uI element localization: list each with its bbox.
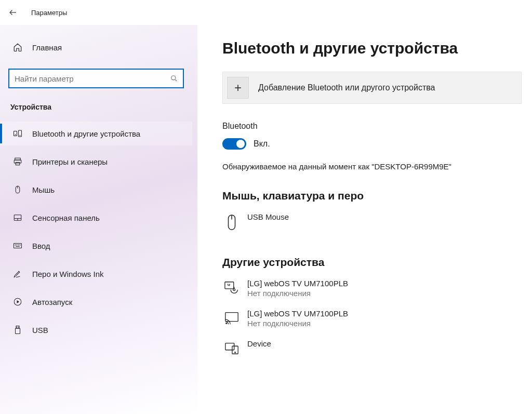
media-device-icon [222, 279, 241, 296]
svg-point-22 [226, 323, 227, 324]
svg-rect-23 [225, 343, 234, 350]
svg-point-4 [20, 135, 20, 136]
svg-rect-17 [16, 328, 20, 334]
cast-device-icon [222, 309, 241, 326]
device-lg-tv-cast[interactable]: [LG] webOS TV UM7100PLB Нет подключения [222, 307, 522, 337]
sidebar-item-pen[interactable]: Перо и Windows Ink [0, 262, 192, 286]
sidebar-item-label: Мышь [32, 185, 55, 194]
home-icon [11, 43, 24, 52]
svg-point-3 [15, 135, 16, 135]
sidebar-home-label: Главная [32, 43, 62, 52]
mouse-device-icon [222, 212, 241, 231]
search-box[interactable] [8, 69, 184, 88]
sidebar-item-touchpad[interactable]: Сенсорная панель [0, 206, 192, 230]
sidebar-item-usb[interactable]: USB [0, 318, 192, 342]
svg-rect-7 [16, 163, 20, 165]
sidebar-category: Устройства [10, 103, 192, 111]
multi-device-icon [222, 339, 241, 356]
svg-rect-16 [16, 326, 19, 329]
svg-point-13 [18, 245, 19, 245]
sidebar-item-bluetooth[interactable]: Bluetooth и другие устройства [0, 122, 192, 145]
svg-rect-10 [14, 244, 22, 248]
topbar: Параметры [0, 0, 532, 25]
bluetooth-label: Bluetooth [222, 122, 522, 131]
sidebar-item-printers[interactable]: Принтеры и сканеры [0, 150, 192, 173]
svg-rect-6 [14, 160, 21, 163]
svg-rect-5 [15, 158, 21, 160]
device-status: Нет подключения [247, 319, 348, 328]
svg-point-0 [171, 76, 176, 80]
svg-point-14 [20, 245, 20, 245]
svg-point-11 [15, 245, 16, 245]
add-device-button[interactable]: + Добавление Bluetooth или другого устро… [222, 72, 522, 104]
sidebar-item-label: USB [32, 326, 48, 335]
back-button[interactable] [8, 8, 21, 17]
sidebar: Главная Устройства Bluetooth и другие ус… [0, 25, 197, 414]
add-device-label: Добавление Bluetooth или другого устройс… [258, 83, 435, 92]
sidebar-item-label: Автозапуск [32, 298, 72, 306]
main-content: Bluetooth и другие устройства + Добавлен… [197, 25, 532, 414]
bluetooth-devices-icon [11, 129, 24, 138]
device-name: [LG] webOS TV UM7100PLB [247, 309, 348, 318]
section-other-devices: Другие устройства [222, 256, 522, 269]
sidebar-item-label: Перо и Windows Ink [32, 270, 104, 278]
search-input[interactable] [15, 74, 170, 83]
pen-icon [11, 269, 24, 278]
window-title: Параметры [31, 9, 67, 17]
sidebar-item-label: Принтеры и сканеры [32, 157, 108, 166]
sidebar-nav: Bluetooth и другие устройства Принтеры и… [0, 122, 192, 342]
device-name: USB Mouse [247, 212, 289, 221]
mouse-icon [11, 185, 24, 194]
discoverable-text: Обнаруживаемое на данный момент как "DES… [222, 162, 522, 171]
sidebar-item-typing[interactable]: Ввод [0, 234, 192, 258]
device-name: Device [247, 339, 271, 348]
page-heading: Bluetooth и другие устройства [222, 39, 522, 57]
touchpad-icon [11, 213, 24, 222]
sidebar-item-autoplay[interactable]: Автозапуск [0, 290, 192, 314]
device-lg-tv-media[interactable]: [LG] webOS TV UM7100PLB Нет подключения [222, 277, 522, 307]
bluetooth-toggle-state: Вкл. [254, 139, 270, 149]
keyboard-icon [11, 241, 24, 250]
autoplay-icon [11, 297, 24, 306]
sidebar-item-label: Ввод [32, 242, 50, 250]
device-name: [LG] webOS TV UM7100PLB [247, 279, 348, 288]
printer-icon [11, 157, 24, 166]
svg-point-12 [17, 245, 17, 245]
sidebar-item-label: Bluetooth и другие устройства [32, 129, 140, 138]
usb-icon [11, 325, 24, 335]
svg-point-25 [235, 352, 236, 353]
device-usb-mouse[interactable]: USB Mouse [222, 210, 522, 241]
sidebar-home[interactable]: Главная [0, 35, 192, 59]
sidebar-item-mouse[interactable]: Мышь [0, 178, 192, 202]
device-generic[interactable]: Device [222, 337, 522, 365]
svg-point-20 [233, 289, 235, 291]
bluetooth-toggle[interactable] [222, 138, 246, 150]
search-icon [170, 75, 178, 82]
section-mouse-keyboard-pen: Мышь, клавиатура и перо [222, 190, 522, 202]
plus-icon: + [227, 77, 249, 99]
sidebar-item-label: Сенсорная панель [32, 213, 100, 222]
device-status: Нет подключения [247, 289, 348, 298]
